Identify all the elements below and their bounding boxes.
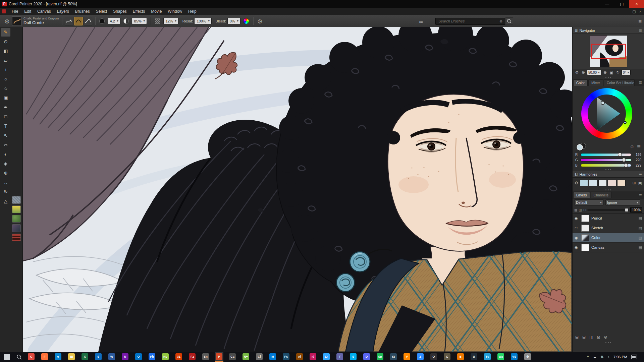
gradient-selector[interactable] bbox=[12, 205, 21, 213]
app-blender[interactable]: B bbox=[456, 352, 465, 362]
app-telegram[interactable]: Tg bbox=[483, 352, 492, 362]
brush-tools-icon[interactable]: ✑ bbox=[417, 18, 426, 26]
pickup-select[interactable]: Ignore▼ bbox=[605, 199, 640, 205]
panel-menu-icon[interactable]: ≣ bbox=[639, 172, 642, 176]
tool-lasso[interactable]: ○ bbox=[1, 75, 10, 83]
tool-kaleidoscope[interactable]: ◈ bbox=[1, 159, 10, 168]
visibility-eye-icon[interactable]: ◉ bbox=[575, 245, 579, 250]
panel-resize-handle[interactable] bbox=[573, 188, 644, 191]
app-notepad[interactable]: Np bbox=[161, 352, 170, 362]
fit-screen-icon[interactable]: ▣ bbox=[609, 70, 614, 75]
panel-menu-icon[interactable]: ≣ bbox=[639, 28, 642, 33]
harmony-swatch[interactable] bbox=[598, 180, 607, 186]
zoom-out-icon[interactable]: ⊖ bbox=[581, 70, 586, 75]
pattern-selector[interactable] bbox=[12, 224, 21, 232]
layer-row[interactable]: ◠ Sketch ▤ bbox=[573, 223, 644, 233]
navigator-settings-icon[interactable]: ⚙ bbox=[574, 70, 580, 75]
app-zoom[interactable]: Z bbox=[416, 352, 425, 362]
layer-opacity-slider[interactable] bbox=[587, 209, 629, 211]
add-harmony-icon[interactable]: ⊞ bbox=[633, 181, 636, 185]
tab-layers[interactable]: Layers bbox=[573, 192, 590, 198]
tool-grabber[interactable]: ↔ bbox=[1, 178, 10, 187]
menu-item[interactable]: Effects bbox=[130, 9, 148, 14]
tool-mirror-painting[interactable]: ◐ bbox=[1, 150, 10, 159]
app-photos[interactable]: Ph bbox=[148, 352, 156, 362]
brush-ghosting-icon[interactable]: ◎ bbox=[3, 17, 11, 25]
layer-mask-icon[interactable]: ⊟ bbox=[583, 208, 586, 212]
menu-item[interactable]: Layers bbox=[54, 9, 72, 14]
harmony-library-icon[interactable]: ▣ bbox=[638, 181, 642, 185]
new-layer-icon[interactable]: ⊞ bbox=[575, 335, 579, 340]
tool-eraser[interactable]: ▱ bbox=[1, 56, 10, 65]
app-teams[interactable]: T bbox=[335, 352, 344, 362]
eyedropper-icon[interactable]: ⊙ bbox=[630, 144, 634, 149]
canvas-artwork[interactable] bbox=[23, 27, 572, 352]
close-button[interactable]: × bbox=[629, 0, 644, 8]
app-skype[interactable]: S bbox=[349, 352, 358, 362]
app-powerpoint[interactable]: P bbox=[215, 352, 223, 362]
color-wheel-icon[interactable] bbox=[242, 17, 251, 25]
tab-channels[interactable]: Channels bbox=[591, 192, 611, 198]
app-unity[interactable]: U bbox=[470, 352, 478, 362]
volume-icon[interactable]: ♪ bbox=[608, 355, 610, 359]
tool-scissors[interactable]: ✂ bbox=[1, 140, 10, 149]
brushstroke-preview-icon[interactable] bbox=[65, 17, 73, 25]
harmony-rule-icon[interactable]: ⚙ bbox=[575, 181, 578, 185]
tool-rotate-page[interactable]: ↻ bbox=[1, 187, 10, 196]
menu-item[interactable]: Edit bbox=[21, 9, 34, 14]
blend-mode-select[interactable]: Default▼ bbox=[574, 199, 604, 205]
delete-layer-icon[interactable]: ⊠ bbox=[597, 335, 600, 340]
app-outlook[interactable]: O bbox=[134, 352, 143, 362]
app-lightroom[interactable]: Lr bbox=[322, 352, 331, 362]
app-vlc[interactable]: V bbox=[402, 352, 411, 362]
panel-resize-handle[interactable] bbox=[573, 168, 644, 171]
navigator-thumbnail[interactable] bbox=[590, 36, 627, 67]
preserve-transparency-icon[interactable]: ▦ bbox=[574, 208, 577, 212]
tool-dropper[interactable]: ⊙ bbox=[1, 37, 10, 46]
channel-slider[interactable] bbox=[581, 153, 631, 156]
nozzle-selector[interactable] bbox=[12, 215, 21, 223]
taskbar-search-button[interactable] bbox=[13, 352, 25, 362]
grain-field[interactable]: 12%▼ bbox=[163, 18, 178, 24]
app-obs[interactable]: O bbox=[429, 352, 438, 362]
app-word[interactable]: W bbox=[107, 352, 116, 362]
menu-item[interactable]: Window bbox=[165, 9, 185, 14]
tool-text[interactable]: T bbox=[1, 122, 10, 130]
tool-magnifier[interactable]: ⊕ bbox=[1, 169, 10, 177]
clone-color-icon[interactable]: ◎ bbox=[256, 17, 264, 25]
size-field[interactable]: 4.2▼ bbox=[108, 18, 120, 24]
zoom-level-field[interactable]: 50.00▼ bbox=[587, 70, 601, 75]
app-photoshop[interactable]: Ps bbox=[282, 352, 290, 362]
layer-row[interactable]: ◉ Pencil ▤ bbox=[573, 214, 644, 223]
dab-profile-toggle[interactable] bbox=[74, 17, 83, 25]
tool-layer-adjuster[interactable]: + bbox=[1, 65, 10, 74]
hidden-icons-chevron[interactable]: ^ bbox=[587, 355, 589, 359]
panel-menu-icon[interactable]: ≣ bbox=[638, 193, 643, 198]
app-excel[interactable]: X bbox=[80, 352, 89, 362]
app-camera[interactable]: Ca bbox=[228, 352, 237, 362]
panel-resize-handle[interactable] bbox=[573, 341, 644, 344]
app-store[interactable]: S bbox=[94, 352, 103, 362]
maximize-button[interactable]: ▢ bbox=[614, 0, 629, 8]
show-desktop-button[interactable] bbox=[641, 352, 643, 362]
main-color-swatch[interactable] bbox=[577, 144, 583, 150]
tool-brush[interactable]: ✎ bbox=[1, 28, 10, 37]
visibility-eye-icon[interactable]: ◉ bbox=[575, 216, 579, 221]
doc-close-icon[interactable]: × bbox=[639, 9, 641, 14]
app-settings[interactable]: ⚙ bbox=[523, 352, 532, 362]
rotate-page-icon[interactable]: ↻ bbox=[615, 70, 621, 75]
layer-row[interactable]: ◉ Color ▤ bbox=[573, 233, 644, 243]
harmony-swatch[interactable] bbox=[608, 180, 616, 186]
app-calculator[interactable]: Cl bbox=[255, 352, 264, 362]
tool-paint-bucket[interactable]: ◧ bbox=[1, 47, 10, 55]
color-options-icon[interactable]: ☰ bbox=[637, 144, 641, 149]
bleed-field[interactable]: 0%▼ bbox=[227, 18, 240, 24]
app-mail[interactable]: M bbox=[268, 352, 277, 362]
zoom-in-icon[interactable]: ⊕ bbox=[602, 70, 608, 75]
menu-item[interactable]: Brushes bbox=[72, 9, 93, 14]
menu-item[interactable]: File bbox=[9, 9, 21, 14]
action-center-icon[interactable] bbox=[631, 355, 637, 359]
app-notepad-plus[interactable]: N+ bbox=[241, 352, 250, 362]
slider-thumb[interactable] bbox=[618, 153, 622, 157]
app-explorer[interactable]: ▤ bbox=[67, 352, 76, 362]
